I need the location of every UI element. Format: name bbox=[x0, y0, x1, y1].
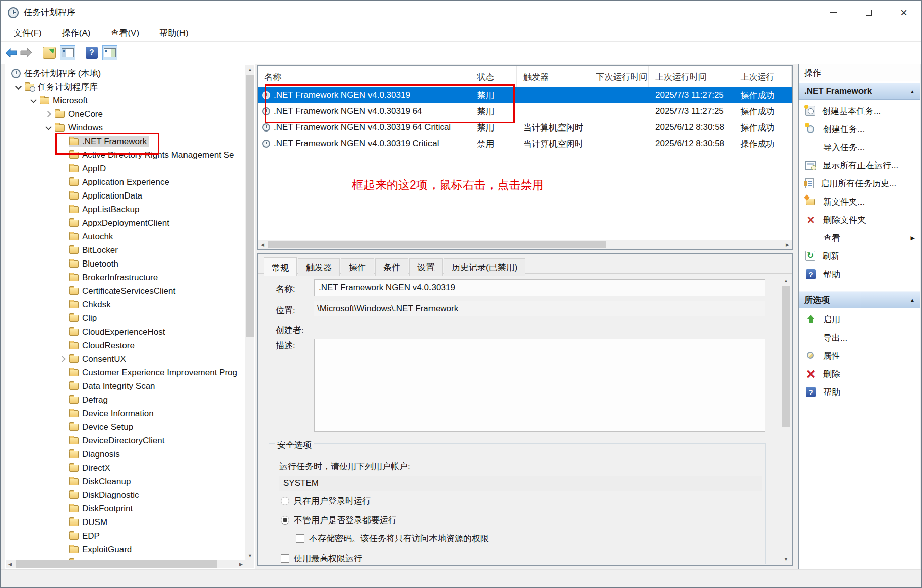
scroll-right-icon[interactable]: ▶ bbox=[783, 240, 792, 249]
scroll-up-icon[interactable]: ▲ bbox=[245, 65, 254, 74]
action-item[interactable]: 新文件夹... bbox=[799, 192, 920, 211]
help-icon[interactable]: ? bbox=[84, 45, 99, 60]
tree-item[interactable]: DiskFootprint bbox=[6, 502, 245, 515]
tree-item[interactable]: Device Information bbox=[6, 407, 245, 420]
column-header[interactable]: 上次运行 bbox=[733, 66, 792, 87]
console-tree-icon[interactable] bbox=[42, 45, 57, 60]
tab-detail[interactable]: 历史记录(已禁用) bbox=[444, 258, 525, 276]
action-item[interactable]: 查看▶ bbox=[799, 229, 920, 247]
tree-item[interactable]: DeviceDirectoryClient bbox=[6, 434, 245, 447]
column-header[interactable]: 下次运行时间 bbox=[589, 66, 649, 87]
maximize-button[interactable] bbox=[851, 1, 886, 24]
action-item[interactable]: 帮助 bbox=[799, 383, 920, 401]
menu-file[interactable]: 文件(F) bbox=[8, 25, 50, 41]
action-item[interactable]: 导入任务... bbox=[799, 138, 920, 156]
expand-chevron-icon[interactable] bbox=[56, 352, 69, 366]
tree-item[interactable]: Bluetooth bbox=[6, 257, 245, 271]
detail-vscroll-thumb[interactable] bbox=[782, 286, 790, 427]
checkbox-icon[interactable] bbox=[296, 534, 304, 543]
tree-item[interactable]: AppListBackup bbox=[6, 203, 245, 216]
menu-help[interactable]: 帮助(H) bbox=[153, 25, 197, 41]
name-field[interactable]: .NET Framework NGEN v4.0.30319 bbox=[314, 279, 765, 296]
tree-item[interactable]: DiskCleanup bbox=[6, 475, 245, 488]
tree-item[interactable]: AppxDeploymentClient bbox=[6, 216, 245, 230]
collapse-chevron-icon[interactable] bbox=[42, 121, 54, 135]
tree-hscroll-thumb[interactable] bbox=[16, 560, 217, 568]
tree-item[interactable]: Defrag bbox=[6, 393, 245, 407]
action-item[interactable]: 删除 bbox=[799, 365, 920, 383]
radio-icon[interactable] bbox=[281, 497, 289, 505]
action-item[interactable]: 启用 bbox=[799, 310, 920, 329]
tree-item[interactable]: CloudExperienceHost bbox=[6, 325, 245, 339]
action-item[interactable]: 帮助 bbox=[799, 265, 920, 283]
tree-item[interactable]: CertificateServicesClient bbox=[6, 284, 245, 298]
action-item[interactable]: 属性 bbox=[799, 347, 920, 365]
expand-chevron-icon[interactable] bbox=[42, 107, 54, 121]
tree-item[interactable]: BrokerInfrastructure bbox=[6, 271, 245, 284]
task-hscroll-thumb[interactable] bbox=[268, 241, 606, 248]
task-row[interactable]: .NET Framework NGEN v4.0.30319 64禁用2025/… bbox=[258, 103, 792, 119]
actions-section-header[interactable]: 所选项▲ bbox=[799, 291, 920, 308]
tree-item[interactable]: DiskDiagnostic bbox=[6, 488, 245, 502]
menu-action[interactable]: 操作(A) bbox=[56, 25, 99, 41]
radio-selected-icon[interactable] bbox=[281, 516, 289, 525]
tree-item[interactable]: DirectX bbox=[6, 461, 245, 475]
scroll-left-icon[interactable]: ◀ bbox=[258, 240, 267, 249]
scroll-down-icon[interactable]: ▼ bbox=[782, 555, 790, 563]
task-row[interactable]: .NET Framework NGEN v4.0.30319 64 Critic… bbox=[258, 119, 792, 136]
tab-detail[interactable]: 设置 bbox=[409, 258, 443, 276]
tree-item[interactable]: BitLocker bbox=[6, 243, 245, 257]
menu-view[interactable]: 查看(V) bbox=[104, 25, 147, 41]
action-item[interactable]: 创建基本任务... bbox=[799, 102, 920, 120]
tree-vertical-scrollbar[interactable]: ▲ ▼ bbox=[245, 65, 254, 560]
tree-item[interactable]: 任务计划程序库 bbox=[6, 80, 245, 94]
minimize-button[interactable] bbox=[816, 1, 851, 24]
close-button[interactable]: × bbox=[886, 1, 921, 24]
tree-vscroll-thumb[interactable] bbox=[246, 75, 254, 337]
column-header[interactable]: 触发器 bbox=[517, 66, 589, 87]
tree-item[interactable]: CloudRestore bbox=[6, 339, 245, 352]
action-item[interactable]: 显示所有正在运行... bbox=[799, 156, 920, 174]
tree-item[interactable]: ExploitGuard bbox=[6, 543, 245, 556]
checkbox-do-not-store-password[interactable]: 不存储密码。该任务将只有访问本地资源的权限 bbox=[296, 532, 489, 544]
action-item[interactable]: 删除文件夹 bbox=[799, 211, 920, 229]
scroll-up-icon[interactable]: ▲ bbox=[782, 276, 790, 285]
back-icon[interactable] bbox=[4, 45, 19, 60]
checkbox-icon[interactable] bbox=[281, 554, 289, 563]
tree-item[interactable]: ConsentUX bbox=[6, 352, 245, 366]
tree-item[interactable]: 任务计划程序 (本地) bbox=[6, 67, 245, 80]
column-header[interactable]: 名称 bbox=[258, 66, 470, 87]
scroll-right-icon[interactable]: ▶ bbox=[237, 560, 245, 568]
tree-item[interactable]: OneCore bbox=[6, 107, 245, 121]
tree-item[interactable]: Device Setup bbox=[6, 420, 245, 434]
task-horizontal-scrollbar[interactable]: ◀ ▶ bbox=[258, 240, 792, 249]
checkbox-run-highest-privileges[interactable]: 使用最高权限运行 bbox=[281, 552, 362, 564]
column-header[interactable]: 状态 bbox=[470, 66, 517, 87]
tree-item[interactable]: Diagnosis bbox=[6, 447, 245, 461]
scroll-left-icon[interactable]: ◀ bbox=[6, 560, 14, 568]
actions-section-header[interactable]: .NET Framework▲ bbox=[799, 83, 920, 100]
collapse-arrow-icon[interactable]: ▲ bbox=[910, 89, 915, 94]
column-header[interactable]: 上次运行时间 bbox=[649, 66, 733, 87]
tree-item[interactable]: Windows bbox=[6, 121, 245, 135]
tree-item[interactable]: EDP bbox=[6, 529, 245, 543]
task-row[interactable]: .NET Framework NGEN v4.0.30319禁用2025/7/3… bbox=[258, 87, 792, 103]
tab-detail[interactable]: 条件 bbox=[375, 258, 408, 276]
tree-item[interactable]: DUSM bbox=[6, 515, 245, 529]
tree-item[interactable]: Chkdsk bbox=[6, 298, 245, 311]
tree-item[interactable]: ApplicationData bbox=[6, 189, 245, 203]
forward-icon[interactable] bbox=[19, 45, 34, 60]
show-hide-action-pane-icon[interactable] bbox=[102, 45, 117, 60]
description-field[interactable] bbox=[314, 339, 765, 432]
tree-item[interactable]: Active Directory Rights Management Se bbox=[6, 148, 245, 162]
tree-item[interactable]: AppID bbox=[6, 162, 245, 175]
tree-item[interactable]: Clip bbox=[6, 311, 245, 325]
collapse-arrow-icon[interactable]: ▲ bbox=[910, 297, 915, 303]
action-item[interactable]: 刷新 bbox=[799, 247, 920, 265]
tree-item[interactable]: Data Integrity Scan bbox=[6, 379, 245, 393]
show-hide-console-tree-icon[interactable] bbox=[60, 45, 75, 60]
action-item[interactable]: 导出... bbox=[799, 329, 920, 347]
radio-run-whether-logged-on[interactable]: 不管用户是否登录都要运行 bbox=[281, 514, 397, 526]
tree-item[interactable] bbox=[6, 556, 245, 560]
tree-horizontal-scrollbar[interactable]: ◀ ▶ bbox=[6, 560, 245, 568]
